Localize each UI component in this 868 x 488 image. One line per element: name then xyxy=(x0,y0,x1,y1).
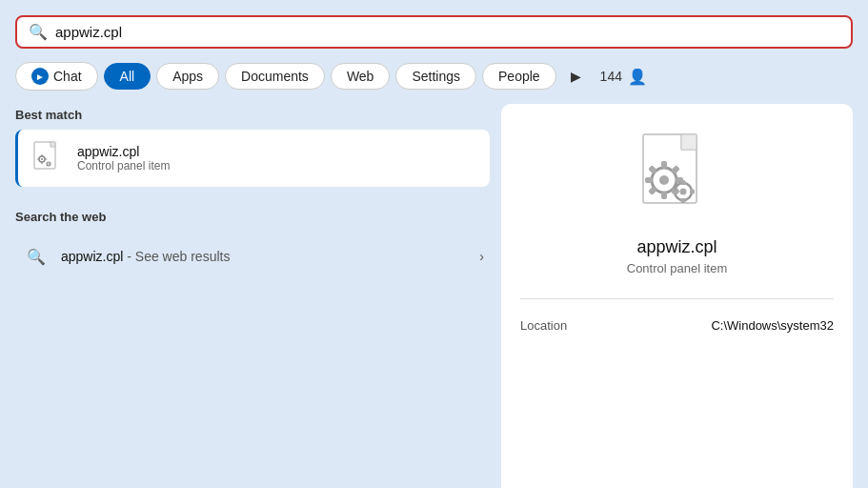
svg-rect-16 xyxy=(645,177,653,183)
tab-chat-label: Chat xyxy=(53,69,82,84)
svg-point-23 xyxy=(679,189,686,195)
tab-chat[interactable]: ► Chat xyxy=(15,62,98,91)
search-icon: 🔍 xyxy=(29,23,48,41)
web-arrow-icon: › xyxy=(479,249,484,264)
app-type: Control panel item xyxy=(627,261,728,275)
tab-apps-label: Apps xyxy=(172,69,203,84)
detail-location-row: Location C:\Windows\system32 xyxy=(520,315,834,336)
web-search-icon: 🔍 xyxy=(21,241,51,272)
tab-all-label: All xyxy=(120,69,135,84)
filter-count: 144 xyxy=(600,69,622,84)
svg-rect-26 xyxy=(672,190,676,194)
app-name: appwiz.cpl xyxy=(636,237,717,257)
chat-icon: ► xyxy=(31,68,49,85)
tab-people[interactable]: People xyxy=(482,63,556,90)
tab-web[interactable]: Web xyxy=(331,63,391,90)
cpl-file-icon xyxy=(31,141,66,175)
svg-rect-15 xyxy=(661,192,667,199)
best-match-title: appwiz.cpl xyxy=(77,144,170,159)
detail-location-label: Location xyxy=(520,318,567,333)
svg-point-9 xyxy=(48,163,50,165)
search-bar: 🔍 xyxy=(15,15,853,49)
svg-point-13 xyxy=(659,175,669,185)
svg-rect-24 xyxy=(680,180,685,185)
search-web-section: Search the web 🔍 appwiz.cpl - See web re… xyxy=(15,206,490,281)
detail-location-value: C:\Windows\system32 xyxy=(711,318,834,333)
web-search-text: appwiz.cpl - See web results xyxy=(61,249,472,264)
web-query: appwiz.cpl xyxy=(61,249,123,264)
web-suffix: - See web results xyxy=(123,249,230,264)
tab-settings-label: Settings xyxy=(412,69,460,84)
svg-rect-27 xyxy=(690,190,695,194)
tab-people-label: People xyxy=(498,69,540,84)
app-container: 🔍 ► Chat All Apps Documents Web Settings xyxy=(0,0,868,488)
main-content: Best match xyxy=(15,104,853,488)
app-preview-icon xyxy=(639,132,716,218)
search-input[interactable] xyxy=(55,24,839,40)
best-match-item[interactable]: appwiz.cpl Control panel item xyxy=(15,130,490,187)
best-match-label: Best match xyxy=(15,108,490,122)
svg-rect-11 xyxy=(681,134,696,150)
filter-bar: ► Chat All Apps Documents Web Settings P… xyxy=(15,62,853,91)
tab-settings[interactable]: Settings xyxy=(395,63,476,90)
tab-documents[interactable]: Documents xyxy=(225,63,325,90)
web-section-label: Search the web xyxy=(15,210,490,224)
left-panel: Best match xyxy=(15,104,501,488)
best-match-subtitle: Control panel item xyxy=(77,159,170,173)
best-match-text: appwiz.cpl Control panel item xyxy=(77,144,170,173)
svg-rect-25 xyxy=(680,198,685,203)
svg-rect-1 xyxy=(50,142,55,147)
person-icon: 👤 xyxy=(628,68,647,86)
svg-point-3 xyxy=(41,158,43,160)
right-panel: appwiz.cpl Control panel item Location C… xyxy=(501,104,853,488)
tab-web-label: Web xyxy=(347,69,374,84)
web-search-item[interactable]: 🔍 appwiz.cpl - See web results › xyxy=(15,232,490,281)
tab-apps[interactable]: Apps xyxy=(156,63,219,90)
filter-more-button[interactable]: ▶ xyxy=(562,62,591,91)
tab-all[interactable]: All xyxy=(104,63,151,90)
details-divider xyxy=(520,298,834,299)
svg-rect-14 xyxy=(661,161,667,169)
tab-documents-label: Documents xyxy=(241,69,309,84)
